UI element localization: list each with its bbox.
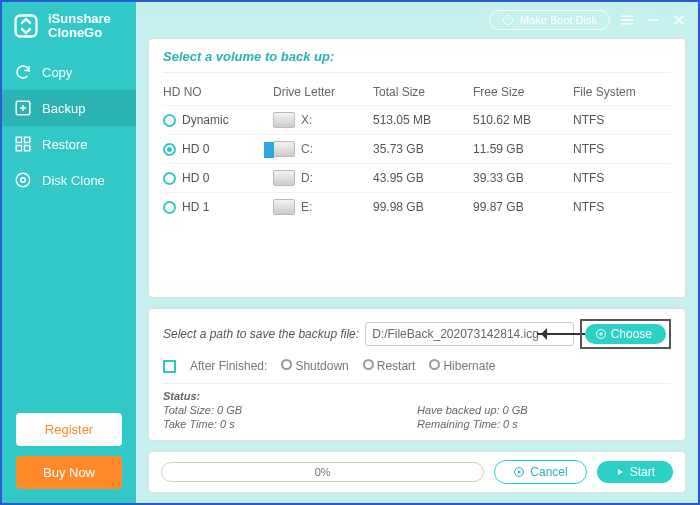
action-bar: 0% Cancel Start [148,451,686,493]
path-label: Select a path to save the backup file: [163,327,359,341]
file-system: NTFS [573,200,671,214]
drive-letter: C: [301,142,313,156]
table-row[interactable]: HD 0D:43.95 GB39.33 GBNTFS [163,163,671,192]
choose-button[interactable]: Choose [585,324,666,344]
drive-icon [273,141,295,157]
refresh-icon [14,63,32,81]
drive-letter: E: [301,200,312,214]
free-size: 39.33 GB [473,171,573,185]
backup-options-card: Select a path to save the backup file: C… [148,308,686,441]
total-size: 43.95 GB [373,171,473,185]
table-header: HD NODrive LetterTotal SizeFree SizeFile… [163,73,671,105]
play-icon [615,467,625,477]
svg-point-6 [16,173,30,187]
drive-letter: X: [301,113,312,127]
free-size: 11.59 GB [473,142,573,156]
svg-rect-5 [25,146,30,151]
sidebar-item-restore[interactable]: Restore [2,126,136,162]
plus-box-icon [14,99,32,117]
close-icon[interactable] [670,11,688,29]
total-size: 513.05 MB [373,113,473,127]
shutdown-radio[interactable]: Shutdown [281,359,348,373]
after-finished-label: After Finished: [190,359,267,373]
buy-now-button[interactable]: Buy Now [16,456,122,489]
cancel-button[interactable]: Cancel [494,460,586,484]
total-size: 35.73 GB [373,142,473,156]
power-icon [502,14,514,26]
svg-rect-4 [16,146,21,151]
status-block: Status: Total Size: 0 GBHave backed up: … [163,384,671,430]
sidebar-item-label: Disk Clone [42,173,105,188]
volume-radio[interactable] [163,201,176,214]
drive-icon [273,199,295,215]
volume-name: Dynamic [182,113,229,127]
register-button[interactable]: Register [16,413,122,446]
volume-list-card: Select a volume to back up: HD NODrive L… [148,38,686,298]
minimize-icon[interactable] [644,11,662,29]
progress-bar: 0% [161,462,484,482]
drive-icon [273,170,295,186]
table-row[interactable]: HD 1E:99.98 GB99.87 GBNTFS [163,192,671,221]
svg-point-7 [21,178,26,183]
sidebar-item-label: Copy [42,65,72,80]
disk-icon [14,171,32,189]
restart-radio[interactable]: Restart [363,359,416,373]
sidebar-item-diskclone[interactable]: Disk Clone [2,162,136,198]
menu-icon[interactable] [618,11,636,29]
volume-radio[interactable] [163,143,176,156]
free-size: 510.62 MB [473,113,573,127]
volume-name: HD 0 [182,171,209,185]
after-finished-checkbox[interactable] [163,360,176,373]
make-boot-disk-button[interactable]: Make Boot Disk [489,10,610,30]
table-row[interactable]: DynamicX:513.05 MB510.62 MBNTFS [163,105,671,134]
drive-icon [273,112,295,128]
plus-circle-icon [595,328,607,340]
sidebar-item-backup[interactable]: Backup [2,90,136,126]
volume-name: HD 1 [182,200,209,214]
free-size: 99.87 GB [473,200,573,214]
app-logo: iSunshareCloneGo [2,2,136,54]
drive-letter: D: [301,171,313,185]
section-title: Select a volume to back up: [163,49,671,73]
svg-rect-3 [25,137,30,142]
file-system: NTFS [573,113,671,127]
sidebar-item-label: Backup [42,101,85,116]
sidebar-item-label: Restore [42,137,88,152]
volume-radio[interactable] [163,172,176,185]
arrow-annotation [537,333,585,335]
file-system: NTFS [573,142,671,156]
start-button[interactable]: Start [597,461,673,483]
volume-name: HD 0 [182,142,209,156]
grid-icon [14,135,32,153]
file-system: NTFS [573,171,671,185]
volume-radio[interactable] [163,114,176,127]
table-row[interactable]: HD 0C:35.73 GB11.59 GBNTFS [163,134,671,163]
svg-rect-2 [16,137,21,142]
x-circle-icon [513,466,525,478]
choose-highlight: Choose [580,319,671,349]
sidebar-item-copy[interactable]: Copy [2,54,136,90]
hibernate-radio[interactable]: Hibernate [429,359,495,373]
logo-icon [12,12,40,40]
total-size: 99.98 GB [373,200,473,214]
